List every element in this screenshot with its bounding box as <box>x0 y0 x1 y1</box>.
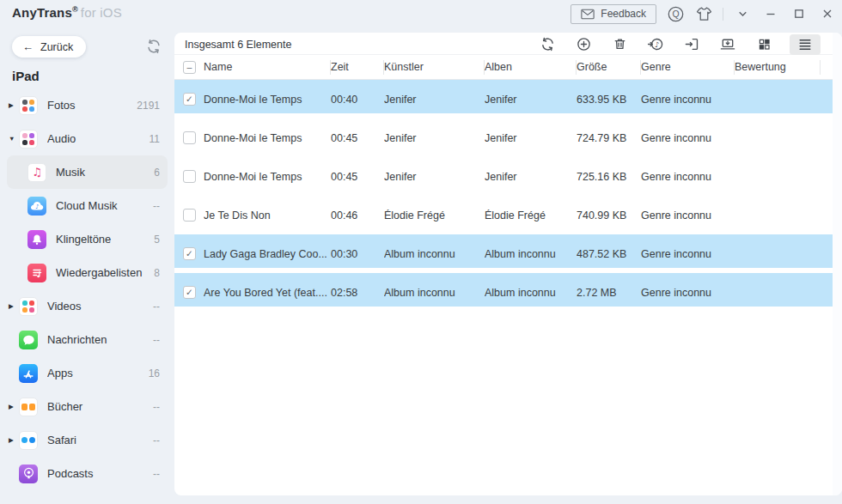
column-header-name[interactable]: Name <box>204 60 331 75</box>
titlebar-divider <box>723 8 723 21</box>
sidebar-item-count: 8 <box>154 267 160 279</box>
cell-name: Donne-Moi le Temps <box>204 132 331 144</box>
sidebar-item-wiedergabelisten[interactable]: Wiedergabelisten 8 <box>7 256 168 289</box>
sidebar-item-videos[interactable]: ▶ Videos -- <box>7 289 168 323</box>
cell-kuenstler: Jenifer <box>384 171 485 183</box>
column-header-zeit[interactable]: Zeit <box>331 60 384 75</box>
cell-zeit: 00:45 <box>331 171 384 183</box>
list-view-icon[interactable] <box>790 34 821 55</box>
table-row[interactable]: ✓ Donne-Moi le Temps 00:40 Jenifer Jenif… <box>174 80 833 118</box>
cell-groesse: 740.99 KB <box>577 209 641 222</box>
expand-arrow-icon[interactable]: ▶ <box>7 436 19 444</box>
column-header-alben[interactable]: Alben <box>485 60 577 75</box>
sidebar-item-label: Cloud Musik <box>56 199 153 212</box>
cell-alben: Jenifer <box>485 132 577 144</box>
maximize-icon[interactable] <box>790 4 808 23</box>
cell-name: Donne-Moi le Temps <box>204 94 331 106</box>
select-all-checkbox[interactable]: – <box>183 61 196 74</box>
expand-arrow-icon[interactable]: ▶ <box>7 403 19 410</box>
table-row[interactable]: Donne-Moi le Temps 00:45 Jenifer Jenifer… <box>174 118 833 157</box>
row-checkbox[interactable]: ✓ <box>183 93 196 106</box>
videos-group-icon <box>19 297 38 316</box>
row-checkbox[interactable] <box>183 170 196 183</box>
row-checkbox[interactable] <box>183 209 196 222</box>
sidebar-item-safari[interactable]: ▶ Safari -- <box>7 423 168 457</box>
back-button[interactable]: ← Zurück <box>12 36 86 58</box>
cell-kuenstler: Jenifer <box>384 132 485 144</box>
messages-app-icon <box>19 331 38 349</box>
sidebar-item-label: Audio <box>47 132 149 145</box>
sidebar-item-label: Klingeltöne <box>56 233 154 246</box>
sidebar-item-fotos[interactable]: ▶ Fotos 2191 <box>7 88 168 122</box>
close-icon[interactable] <box>818 4 837 23</box>
cell-groesse: 2.72 MB <box>577 287 641 299</box>
appstore-icon <box>19 364 38 383</box>
cell-zeit: 02:58 <box>331 287 384 299</box>
sidebar-item-label: Apps <box>47 367 149 380</box>
add-icon[interactable] <box>573 35 594 54</box>
minimize-icon[interactable] <box>761 4 780 23</box>
sidebar-item-podcasts[interactable]: Podcasts -- <box>7 457 168 490</box>
column-header-kuenstler[interactable]: Künstler <box>384 60 485 75</box>
table-row[interactable]: ✓ Are You Bored Yet (feat.... 02:58 Albu… <box>174 273 833 312</box>
titlebar: AnyTrans®for iOS Feedback Q <box>0 0 842 26</box>
row-checkbox[interactable] <box>183 131 196 144</box>
grid-view-icon[interactable] <box>754 35 774 54</box>
expand-arrow-icon[interactable]: ▶ <box>7 302 19 310</box>
sidebar-item-apps[interactable]: Apps 16 <box>7 356 168 390</box>
sidebar-item-count: -- <box>153 401 160 413</box>
sidebar-item-count: -- <box>153 301 160 313</box>
expand-arrow-icon[interactable]: ▶ <box>7 101 19 109</box>
sidebar-item-count: 11 <box>149 133 160 145</box>
sidebar-item-count: 6 <box>154 167 160 179</box>
back-arrow-icon: ← <box>22 40 34 53</box>
sidebar-item-count: 2191 <box>137 100 160 112</box>
sidebar-item-cloud-musik[interactable]: ♪ Cloud Musik -- <box>7 189 168 222</box>
sidebar: ← Zurück iPad ▶ Fotos 2191 ▼ Audio 11 ♫ … <box>0 26 174 504</box>
cell-genre: Genre inconnu <box>641 94 735 106</box>
feedback-button[interactable]: Feedback <box>570 4 656 24</box>
column-header-groesse[interactable]: Größe <box>577 60 641 75</box>
cell-alben: Jenifer <box>485 94 577 106</box>
app-title: AnyTrans®for iOS <box>12 5 122 20</box>
expand-arrow-icon[interactable]: ▼ <box>7 135 19 143</box>
cell-zeit: 00:30 <box>331 248 384 260</box>
content-panel: Insgesamt 6 Elemente ♪ <box>174 33 842 495</box>
cloud-music-icon: ♪ <box>27 197 46 216</box>
sidebar-item-buecher[interactable]: ▶ Bücher -- <box>7 390 168 423</box>
cell-name: Lady Gaga Bradley Coo... <box>204 248 331 260</box>
sidebar-refresh-icon[interactable] <box>144 37 163 56</box>
row-checkbox[interactable]: ✓ <box>183 247 196 260</box>
cell-alben: Album inconnu <box>485 287 577 299</box>
table-row[interactable]: Donne-Moi le Temps 00:45 Jenifer Jenifer… <box>174 157 833 196</box>
cell-zeit: 00:40 <box>331 94 384 106</box>
delete-icon[interactable] <box>609 35 630 54</box>
photos-app-icon <box>19 96 38 115</box>
sidebar-item-klingeltoene[interactable]: Klingeltöne 5 <box>7 222 168 256</box>
table-row[interactable]: ✓ Lady Gaga Bradley Coo... 00:30 Album i… <box>174 234 833 273</box>
cell-genre: Genre inconnu <box>641 248 735 260</box>
scrollbar[interactable] <box>833 33 842 495</box>
cell-alben: Élodie Frégé <box>485 209 577 222</box>
chevron-down-icon[interactable] <box>733 4 752 23</box>
sync-icon[interactable] <box>537 35 558 54</box>
items-summary: Insgesamt 6 Elemente <box>185 39 537 51</box>
theme-skin-icon[interactable] <box>694 4 713 23</box>
column-header-bewertung[interactable]: Bewertung <box>735 60 821 75</box>
table-body: ✓ Donne-Moi le Temps 00:40 Jenifer Jenif… <box>174 80 842 312</box>
sidebar-item-label: Fotos <box>47 99 137 112</box>
table-row[interactable]: Je Te Dis Non 00:46 Élodie Frégé Élodie … <box>174 196 833 234</box>
sidebar-item-nachrichten[interactable]: Nachrichten -- <box>7 323 168 356</box>
to-computer-icon[interactable] <box>717 35 738 54</box>
to-itunes-icon[interactable]: ♪ <box>645 35 666 54</box>
svg-text:♪: ♪ <box>35 203 39 210</box>
sidebar-item-audio[interactable]: ▼ Audio 11 <box>7 122 168 155</box>
row-checkbox[interactable]: ✓ <box>183 286 196 299</box>
cell-name: Donne-Moi le Temps <box>204 171 331 183</box>
to-device-icon[interactable] <box>681 35 702 54</box>
sidebar-item-musik[interactable]: ♫ Musik 6 <box>7 155 168 189</box>
column-header-genre[interactable]: Genre <box>641 60 735 75</box>
device-name: iPad <box>0 58 174 84</box>
cell-genre: Genre inconnu <box>641 287 735 299</box>
support-icon[interactable]: Q <box>666 4 685 23</box>
